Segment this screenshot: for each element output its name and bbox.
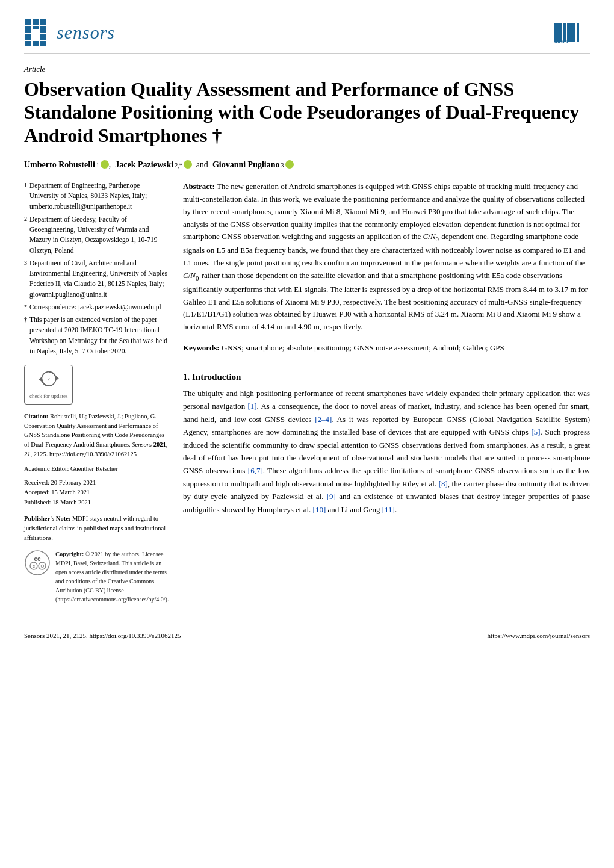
publisher-note: Publisher's Note: MDPI stays neutral wit… xyxy=(24,514,169,542)
journal-logo: sensors xyxy=(24,18,115,47)
page-header: sensors MDPI xyxy=(24,18,590,54)
svg-text:MDPI: MDPI xyxy=(554,39,568,45)
page-footer: Sensors 2021, 21, 2125. https://doi.org/… xyxy=(24,628,590,639)
mdpi-logo: MDPI xyxy=(554,20,590,45)
author-3-name: Giovanni Pugliano xyxy=(212,160,280,170)
cc-license-icon: cc c ⊙ xyxy=(24,550,51,576)
svg-marker-18 xyxy=(39,377,42,382)
accepted-date: Accepted: 15 March 2021 xyxy=(24,488,169,498)
cc-license-block: cc c ⊙ Copyright: © 2021 by the authors.… xyxy=(24,550,169,604)
section-1-text: The ubiquity and high positioning perfor… xyxy=(183,387,590,516)
author-2-name: Jacek Paziewski xyxy=(115,160,173,170)
journal-name-text: sensors xyxy=(57,22,115,43)
svg-rect-9 xyxy=(33,41,39,46)
svg-rect-13 xyxy=(567,23,575,42)
author-3-sup: 3 xyxy=(281,162,284,169)
article-title: Observation Quality Assessment and Perfo… xyxy=(24,78,590,147)
svg-rect-6 xyxy=(25,34,31,40)
mdpi-icon: MDPI xyxy=(554,20,590,45)
received-date: Received: 20 February 2021 xyxy=(24,478,169,488)
left-column: 1 Department of Engineering, Parthenope … xyxy=(24,181,169,610)
abstract-block: Abstract: The new generation of Android … xyxy=(183,181,590,333)
svg-rect-8 xyxy=(25,41,31,46)
affiliation-star: * Correspondence: jacek.paziewski@uwm.ed… xyxy=(24,302,169,312)
svg-text:c: c xyxy=(33,563,35,569)
author-1-name: Umberto Robustelli xyxy=(24,160,95,170)
keywords-block: Keywords: GNSS; smartphone; absolute pos… xyxy=(183,342,590,362)
affiliation-3: 3 Department of Civil, Architectural and… xyxy=(24,258,169,300)
svg-rect-1 xyxy=(33,19,39,25)
affiliation-1: 1 Department of Engineering, Parthenope … xyxy=(24,181,169,212)
svg-rect-10 xyxy=(40,41,46,46)
svg-rect-7 xyxy=(40,34,46,40)
right-column: Abstract: The new generation of Android … xyxy=(183,181,590,610)
check-updates-icon: ✓ xyxy=(37,369,61,391)
svg-point-20 xyxy=(25,551,49,575)
section-1-heading: 1. Introduction xyxy=(183,372,590,382)
published-date: Published: 18 March 2021 xyxy=(24,498,169,508)
two-column-layout: 1 Department of Engineering, Parthenope … xyxy=(24,181,590,610)
author-3-orcid xyxy=(285,160,294,169)
author-2-sup: 2,* xyxy=(175,162,182,169)
svg-rect-4 xyxy=(33,26,39,29)
citation-block: Citation: Robustelli, U.; Paziewski, J.;… xyxy=(24,412,169,459)
author-1-sup: 1 xyxy=(96,162,99,169)
author-2-orcid xyxy=(184,160,192,169)
svg-text:⊙: ⊙ xyxy=(40,563,45,569)
svg-rect-3 xyxy=(25,26,31,33)
dates-block: Received: 20 February 2021 Accepted: 15 … xyxy=(24,478,169,508)
affiliations-block: 1 Department of Engineering, Parthenope … xyxy=(24,181,169,356)
article-type-label: Article xyxy=(24,64,590,74)
sensors-icon xyxy=(24,18,53,47)
svg-marker-17 xyxy=(55,376,58,381)
svg-text:cc: cc xyxy=(34,556,41,562)
svg-rect-2 xyxy=(40,19,46,25)
check-updates-badge: ✓ check for updates xyxy=(24,365,73,405)
academic-editor: Academic Editor: Guenther Retscher xyxy=(24,465,169,472)
svg-rect-14 xyxy=(577,23,579,42)
affiliation-2: 2 Department of Geodesy, Faculty of Geoe… xyxy=(24,214,169,256)
footer-left: Sensors 2021, 21, 2125. https://doi.org/… xyxy=(24,632,181,639)
svg-text:✓: ✓ xyxy=(47,377,51,382)
authors-line: Umberto Robustelli 1, Jacek Paziewski 2,… xyxy=(24,160,590,170)
check-updates-label: check for updates xyxy=(29,393,67,400)
cc-license-text: Copyright: © 2021 by the authors. Licens… xyxy=(55,550,169,604)
svg-rect-5 xyxy=(40,26,46,33)
footer-right: https://www.mdpi.com/journal/sensors xyxy=(488,632,590,639)
author-1-orcid xyxy=(101,160,109,169)
affiliation-dagger: † This paper is an extended version of t… xyxy=(24,315,169,356)
svg-rect-0 xyxy=(25,19,31,25)
